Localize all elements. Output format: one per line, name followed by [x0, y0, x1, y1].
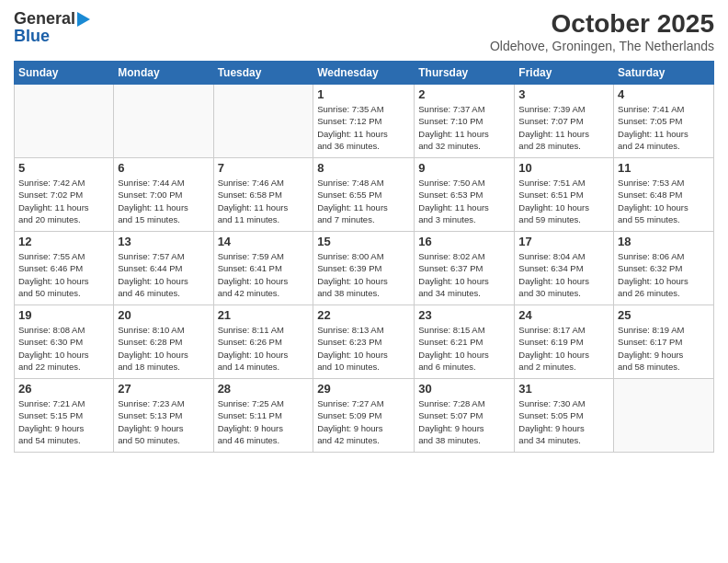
table-row: 9Sunrise: 7:50 AM Sunset: 6:53 PM Daylig… [415, 158, 515, 232]
day-number: 14 [218, 235, 310, 248]
table-row: 14Sunrise: 7:59 AM Sunset: 6:41 PM Dayli… [213, 232, 313, 305]
day-info: Sunrise: 7:48 AM Sunset: 6:55 PM Dayligh… [317, 177, 410, 225]
day-info: Sunrise: 7:35 AM Sunset: 7:12 PM Dayligh… [317, 103, 410, 152]
logo-arrow-icon [77, 12, 90, 27]
day-info: Sunrise: 8:13 AM Sunset: 6:23 PM Dayligh… [317, 324, 410, 373]
calendar-week-row: 1Sunrise: 7:35 AM Sunset: 7:12 PM Daylig… [15, 85, 714, 158]
table-row: 11Sunrise: 7:53 AM Sunset: 6:48 PM Dayli… [614, 158, 714, 232]
day-number: 10 [518, 161, 609, 175]
table-row [114, 85, 213, 158]
table-row: 4Sunrise: 7:41 AM Sunset: 7:05 PM Daylig… [614, 85, 714, 158]
table-row [15, 85, 114, 158]
day-number: 15 [317, 235, 410, 248]
day-info: Sunrise: 7:30 AM Sunset: 5:05 PM Dayligh… [518, 397, 609, 446]
table-row: 5Sunrise: 7:42 AM Sunset: 7:02 PM Daylig… [15, 158, 114, 232]
day-number: 27 [118, 382, 209, 396]
day-info: Sunrise: 8:11 AM Sunset: 6:26 PM Dayligh… [218, 324, 310, 373]
col-friday: Friday [515, 62, 614, 85]
day-info: Sunrise: 8:02 AM Sunset: 6:37 PM Dayligh… [418, 250, 510, 299]
table-row: 29Sunrise: 7:27 AM Sunset: 5:09 PM Dayli… [313, 379, 415, 453]
day-info: Sunrise: 8:04 AM Sunset: 6:34 PM Dayligh… [518, 250, 609, 299]
col-monday: Monday [114, 62, 213, 85]
col-tuesday: Tuesday [213, 62, 313, 85]
day-number: 9 [418, 161, 510, 175]
calendar-week-row: 12Sunrise: 7:55 AM Sunset: 6:46 PM Dayli… [15, 232, 714, 305]
col-thursday: Thursday [415, 62, 515, 85]
day-number: 4 [618, 87, 710, 101]
day-info: Sunrise: 7:53 AM Sunset: 6:48 PM Dayligh… [618, 177, 710, 225]
day-info: Sunrise: 7:21 AM Sunset: 5:15 PM Dayligh… [18, 397, 109, 446]
day-info: Sunrise: 7:41 AM Sunset: 7:05 PM Dayligh… [618, 103, 710, 152]
table-row: 16Sunrise: 8:02 AM Sunset: 6:37 PM Dayli… [415, 232, 515, 305]
location: Oldehove, Groningen, The Netherlands [490, 39, 714, 53]
day-number: 23 [418, 308, 510, 322]
table-row: 1Sunrise: 7:35 AM Sunset: 7:12 PM Daylig… [313, 85, 415, 158]
table-row: 15Sunrise: 8:00 AM Sunset: 6:39 PM Dayli… [313, 232, 415, 305]
day-number: 30 [418, 382, 510, 396]
day-info: Sunrise: 7:27 AM Sunset: 5:09 PM Dayligh… [317, 397, 410, 446]
table-row: 28Sunrise: 7:25 AM Sunset: 5:11 PM Dayli… [213, 379, 313, 453]
calendar-week-row: 19Sunrise: 8:08 AM Sunset: 6:30 PM Dayli… [15, 305, 714, 379]
table-row: 6Sunrise: 7:44 AM Sunset: 7:00 PM Daylig… [114, 158, 213, 232]
day-number: 25 [618, 308, 710, 322]
day-number: 18 [618, 235, 710, 248]
day-info: Sunrise: 7:50 AM Sunset: 6:53 PM Dayligh… [418, 177, 510, 225]
day-info: Sunrise: 8:06 AM Sunset: 6:32 PM Dayligh… [618, 250, 710, 299]
day-number: 19 [18, 308, 109, 322]
day-info: Sunrise: 8:19 AM Sunset: 6:17 PM Dayligh… [618, 324, 710, 373]
day-info: Sunrise: 7:39 AM Sunset: 7:07 PM Dayligh… [518, 103, 609, 152]
table-row: 24Sunrise: 8:17 AM Sunset: 6:19 PM Dayli… [515, 305, 614, 379]
day-number: 21 [218, 308, 310, 322]
calendar-week-row: 5Sunrise: 7:42 AM Sunset: 7:02 PM Daylig… [15, 158, 714, 232]
day-number: 2 [418, 87, 510, 101]
day-number: 6 [118, 161, 209, 175]
day-info: Sunrise: 7:57 AM Sunset: 6:44 PM Dayligh… [118, 250, 209, 299]
table-row: 8Sunrise: 7:48 AM Sunset: 6:55 PM Daylig… [313, 158, 415, 232]
header: General Blue October 2025 Oldehove, Gron… [14, 9, 714, 53]
day-number: 28 [218, 382, 310, 396]
day-number: 12 [18, 235, 109, 248]
table-row: 25Sunrise: 8:19 AM Sunset: 6:17 PM Dayli… [614, 305, 714, 379]
table-row: 17Sunrise: 8:04 AM Sunset: 6:34 PM Dayli… [515, 232, 614, 305]
day-number: 22 [317, 308, 410, 322]
calendar: Sunday Monday Tuesday Wednesday Thursday… [14, 61, 714, 453]
day-number: 8 [317, 161, 410, 175]
day-info: Sunrise: 8:10 AM Sunset: 6:28 PM Dayligh… [118, 324, 209, 373]
day-number: 16 [418, 235, 510, 248]
table-row: 3Sunrise: 7:39 AM Sunset: 7:07 PM Daylig… [515, 85, 614, 158]
day-number: 1 [317, 87, 410, 101]
table-row: 10Sunrise: 7:51 AM Sunset: 6:51 PM Dayli… [515, 158, 614, 232]
day-info: Sunrise: 7:25 AM Sunset: 5:11 PM Dayligh… [218, 397, 310, 446]
col-sunday: Sunday [15, 62, 114, 85]
calendar-header-row: Sunday Monday Tuesday Wednesday Thursday… [15, 62, 714, 85]
logo: General Blue [14, 9, 90, 46]
table-row: 12Sunrise: 7:55 AM Sunset: 6:46 PM Dayli… [15, 232, 114, 305]
day-number: 29 [317, 382, 410, 396]
day-number: 5 [18, 161, 109, 175]
day-info: Sunrise: 7:28 AM Sunset: 5:07 PM Dayligh… [418, 397, 510, 446]
table-row: 23Sunrise: 8:15 AM Sunset: 6:21 PM Dayli… [415, 305, 515, 379]
table-row: 13Sunrise: 7:57 AM Sunset: 6:44 PM Dayli… [114, 232, 213, 305]
day-number: 26 [18, 382, 109, 396]
table-row: 19Sunrise: 8:08 AM Sunset: 6:30 PM Dayli… [15, 305, 114, 379]
page: General Blue October 2025 Oldehove, Gron… [0, 0, 728, 563]
table-row: 2Sunrise: 7:37 AM Sunset: 7:10 PM Daylig… [415, 85, 515, 158]
table-row [213, 85, 313, 158]
day-info: Sunrise: 7:23 AM Sunset: 5:13 PM Dayligh… [118, 397, 209, 446]
day-number: 20 [118, 308, 209, 322]
table-row: 31Sunrise: 7:30 AM Sunset: 5:05 PM Dayli… [515, 379, 614, 453]
day-number: 7 [218, 161, 310, 175]
day-info: Sunrise: 8:15 AM Sunset: 6:21 PM Dayligh… [418, 324, 510, 373]
table-row: 27Sunrise: 7:23 AM Sunset: 5:13 PM Dayli… [114, 379, 213, 453]
day-info: Sunrise: 7:59 AM Sunset: 6:41 PM Dayligh… [218, 250, 310, 299]
day-info: Sunrise: 7:37 AM Sunset: 7:10 PM Dayligh… [418, 103, 510, 152]
day-number: 24 [518, 308, 609, 322]
table-row: 21Sunrise: 8:11 AM Sunset: 6:26 PM Dayli… [213, 305, 313, 379]
day-info: Sunrise: 7:42 AM Sunset: 7:02 PM Dayligh… [18, 177, 109, 225]
col-saturday: Saturday [614, 62, 714, 85]
table-row [614, 379, 714, 453]
month-title: October 2025 [490, 9, 714, 39]
table-row: 20Sunrise: 8:10 AM Sunset: 6:28 PM Dayli… [114, 305, 213, 379]
logo-general: General [14, 9, 75, 29]
day-info: Sunrise: 7:51 AM Sunset: 6:51 PM Dayligh… [518, 177, 609, 225]
